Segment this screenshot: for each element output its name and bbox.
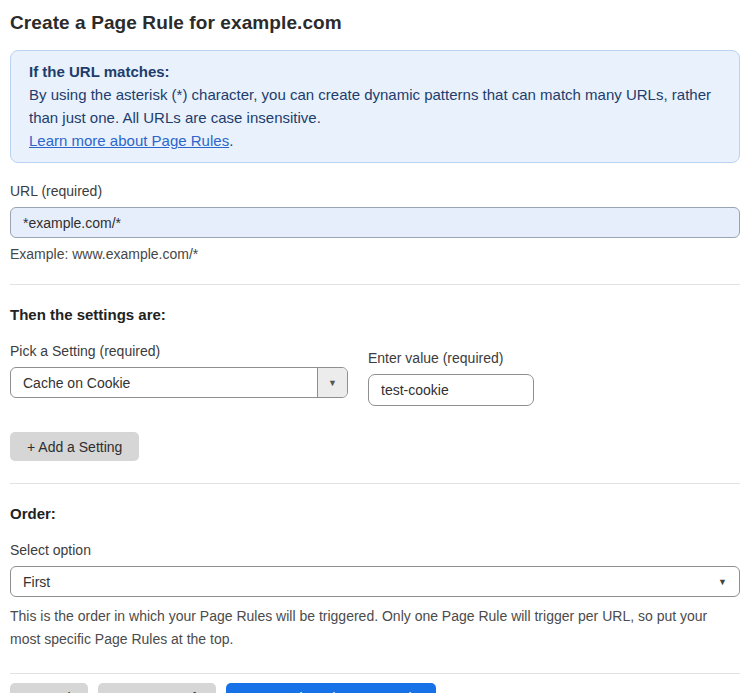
divider xyxy=(10,284,740,285)
url-example-text: Example: www.example.com/* xyxy=(10,246,740,262)
order-section-heading: Order: xyxy=(10,505,740,522)
page-rule-form: Create a Page Rule for example.com If th… xyxy=(0,0,750,693)
setting-select-value: Cache on Cookie xyxy=(11,368,317,397)
info-box-heading: If the URL matches: xyxy=(29,60,721,83)
url-field-label: URL (required) xyxy=(10,183,740,199)
settings-section-heading: Then the settings are: xyxy=(10,306,740,323)
page-title: Create a Page Rule for example.com xyxy=(10,12,740,34)
info-box-body: By using the asterisk (*) character, you… xyxy=(29,83,721,129)
order-helper-text: This is the order in which your Page Rul… xyxy=(10,605,730,651)
setting-select[interactable]: Cache on Cookie ▼ xyxy=(10,367,348,398)
learn-more-link[interactable]: Learn more about Page Rules xyxy=(29,132,229,149)
divider xyxy=(10,673,740,674)
url-match-info-box: If the URL matches: By using the asteris… xyxy=(10,50,740,163)
divider xyxy=(10,483,740,484)
order-select-value: First xyxy=(23,574,50,590)
save-as-draft-button[interactable]: Save as Draft xyxy=(98,683,217,693)
link-suffix: . xyxy=(229,132,233,149)
chevron-down-icon: ▼ xyxy=(718,577,727,587)
add-setting-button[interactable]: + Add a Setting xyxy=(10,432,139,461)
url-input[interactable] xyxy=(10,207,740,238)
settings-row: Pick a Setting (required) Cache on Cooki… xyxy=(10,323,740,406)
setting-value-input[interactable] xyxy=(368,374,534,406)
cancel-button[interactable]: Cancel xyxy=(10,683,88,693)
order-select-label: Select option xyxy=(10,542,740,558)
pick-setting-label: Pick a Setting (required) xyxy=(10,343,348,359)
chevron-down-icon[interactable]: ▼ xyxy=(317,368,347,397)
order-select[interactable]: First ▼ xyxy=(10,566,740,597)
enter-value-label: Enter value (required) xyxy=(368,350,534,366)
save-and-deploy-button[interactable]: Save and Deploy Page Rule xyxy=(226,683,436,693)
footer-buttons: Cancel Save as Draft Save and Deploy Pag… xyxy=(10,683,740,693)
